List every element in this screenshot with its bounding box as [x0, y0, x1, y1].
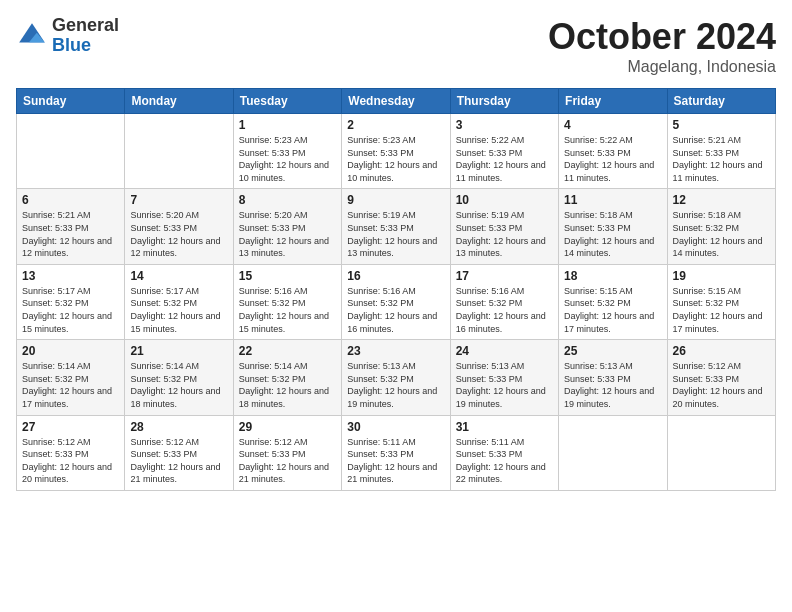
day-number: 22 [239, 344, 336, 358]
calendar-cell: 24 Sunrise: 5:13 AM Sunset: 5:33 PM Dayl… [450, 340, 558, 415]
calendar-cell: 13 Sunrise: 5:17 AM Sunset: 5:32 PM Dayl… [17, 264, 125, 339]
calendar-cell: 23 Sunrise: 5:13 AM Sunset: 5:32 PM Dayl… [342, 340, 450, 415]
day-info: Sunrise: 5:22 AM Sunset: 5:33 PM Dayligh… [456, 134, 553, 184]
day-info: Sunrise: 5:11 AM Sunset: 5:33 PM Dayligh… [456, 436, 553, 486]
calendar-table: SundayMondayTuesdayWednesdayThursdayFrid… [16, 88, 776, 491]
weekday-header: Thursday [450, 89, 558, 114]
day-info: Sunrise: 5:15 AM Sunset: 5:32 PM Dayligh… [673, 285, 770, 335]
calendar-cell: 3 Sunrise: 5:22 AM Sunset: 5:33 PM Dayli… [450, 114, 558, 189]
day-number: 16 [347, 269, 444, 283]
weekday-header-row: SundayMondayTuesdayWednesdayThursdayFrid… [17, 89, 776, 114]
page-header: General Blue October 2024 Magelang, Indo… [16, 16, 776, 76]
day-info: Sunrise: 5:12 AM Sunset: 5:33 PM Dayligh… [130, 436, 227, 486]
calendar-week-row: 20 Sunrise: 5:14 AM Sunset: 5:32 PM Dayl… [17, 340, 776, 415]
calendar-cell: 17 Sunrise: 5:16 AM Sunset: 5:32 PM Dayl… [450, 264, 558, 339]
calendar-cell: 27 Sunrise: 5:12 AM Sunset: 5:33 PM Dayl… [17, 415, 125, 490]
day-number: 15 [239, 269, 336, 283]
day-number: 7 [130, 193, 227, 207]
location: Magelang, Indonesia [548, 58, 776, 76]
calendar-cell: 31 Sunrise: 5:11 AM Sunset: 5:33 PM Dayl… [450, 415, 558, 490]
calendar-cell: 9 Sunrise: 5:19 AM Sunset: 5:33 PM Dayli… [342, 189, 450, 264]
calendar-week-row: 13 Sunrise: 5:17 AM Sunset: 5:32 PM Dayl… [17, 264, 776, 339]
calendar-cell: 2 Sunrise: 5:23 AM Sunset: 5:33 PM Dayli… [342, 114, 450, 189]
day-number: 19 [673, 269, 770, 283]
weekday-header: Tuesday [233, 89, 341, 114]
day-info: Sunrise: 5:16 AM Sunset: 5:32 PM Dayligh… [347, 285, 444, 335]
calendar-cell: 20 Sunrise: 5:14 AM Sunset: 5:32 PM Dayl… [17, 340, 125, 415]
day-info: Sunrise: 5:12 AM Sunset: 5:33 PM Dayligh… [673, 360, 770, 410]
day-info: Sunrise: 5:13 AM Sunset: 5:32 PM Dayligh… [347, 360, 444, 410]
day-info: Sunrise: 5:11 AM Sunset: 5:33 PM Dayligh… [347, 436, 444, 486]
calendar-week-row: 1 Sunrise: 5:23 AM Sunset: 5:33 PM Dayli… [17, 114, 776, 189]
day-number: 23 [347, 344, 444, 358]
day-number: 26 [673, 344, 770, 358]
calendar-cell: 14 Sunrise: 5:17 AM Sunset: 5:32 PM Dayl… [125, 264, 233, 339]
day-number: 27 [22, 420, 119, 434]
day-number: 8 [239, 193, 336, 207]
title-block: October 2024 Magelang, Indonesia [548, 16, 776, 76]
calendar-cell: 6 Sunrise: 5:21 AM Sunset: 5:33 PM Dayli… [17, 189, 125, 264]
day-number: 11 [564, 193, 661, 207]
day-number: 6 [22, 193, 119, 207]
day-number: 13 [22, 269, 119, 283]
calendar-cell: 25 Sunrise: 5:13 AM Sunset: 5:33 PM Dayl… [559, 340, 667, 415]
calendar-cell: 15 Sunrise: 5:16 AM Sunset: 5:32 PM Dayl… [233, 264, 341, 339]
day-info: Sunrise: 5:20 AM Sunset: 5:33 PM Dayligh… [130, 209, 227, 259]
day-number: 18 [564, 269, 661, 283]
weekday-header: Wednesday [342, 89, 450, 114]
calendar-cell: 10 Sunrise: 5:19 AM Sunset: 5:33 PM Dayl… [450, 189, 558, 264]
weekday-header: Friday [559, 89, 667, 114]
day-info: Sunrise: 5:17 AM Sunset: 5:32 PM Dayligh… [22, 285, 119, 335]
weekday-header: Saturday [667, 89, 775, 114]
calendar-week-row: 27 Sunrise: 5:12 AM Sunset: 5:33 PM Dayl… [17, 415, 776, 490]
day-number: 4 [564, 118, 661, 132]
day-info: Sunrise: 5:23 AM Sunset: 5:33 PM Dayligh… [347, 134, 444, 184]
day-info: Sunrise: 5:19 AM Sunset: 5:33 PM Dayligh… [347, 209, 444, 259]
day-info: Sunrise: 5:16 AM Sunset: 5:32 PM Dayligh… [456, 285, 553, 335]
day-number: 1 [239, 118, 336, 132]
day-info: Sunrise: 5:22 AM Sunset: 5:33 PM Dayligh… [564, 134, 661, 184]
calendar-cell [17, 114, 125, 189]
calendar-cell: 11 Sunrise: 5:18 AM Sunset: 5:33 PM Dayl… [559, 189, 667, 264]
day-info: Sunrise: 5:16 AM Sunset: 5:32 PM Dayligh… [239, 285, 336, 335]
day-number: 10 [456, 193, 553, 207]
weekday-header: Sunday [17, 89, 125, 114]
calendar-cell: 16 Sunrise: 5:16 AM Sunset: 5:32 PM Dayl… [342, 264, 450, 339]
month-title: October 2024 [548, 16, 776, 58]
calendar-cell: 4 Sunrise: 5:22 AM Sunset: 5:33 PM Dayli… [559, 114, 667, 189]
calendar-cell: 18 Sunrise: 5:15 AM Sunset: 5:32 PM Dayl… [559, 264, 667, 339]
day-number: 25 [564, 344, 661, 358]
calendar-cell [125, 114, 233, 189]
day-number: 30 [347, 420, 444, 434]
day-info: Sunrise: 5:18 AM Sunset: 5:33 PM Dayligh… [564, 209, 661, 259]
day-info: Sunrise: 5:15 AM Sunset: 5:32 PM Dayligh… [564, 285, 661, 335]
logo-general: General [52, 15, 119, 35]
calendar-cell: 1 Sunrise: 5:23 AM Sunset: 5:33 PM Dayli… [233, 114, 341, 189]
day-number: 28 [130, 420, 227, 434]
calendar-cell: 21 Sunrise: 5:14 AM Sunset: 5:32 PM Dayl… [125, 340, 233, 415]
calendar-cell: 29 Sunrise: 5:12 AM Sunset: 5:33 PM Dayl… [233, 415, 341, 490]
day-number: 24 [456, 344, 553, 358]
day-info: Sunrise: 5:14 AM Sunset: 5:32 PM Dayligh… [22, 360, 119, 410]
day-info: Sunrise: 5:13 AM Sunset: 5:33 PM Dayligh… [456, 360, 553, 410]
day-info: Sunrise: 5:12 AM Sunset: 5:33 PM Dayligh… [22, 436, 119, 486]
calendar-cell: 19 Sunrise: 5:15 AM Sunset: 5:32 PM Dayl… [667, 264, 775, 339]
day-number: 5 [673, 118, 770, 132]
day-number: 2 [347, 118, 444, 132]
day-info: Sunrise: 5:12 AM Sunset: 5:33 PM Dayligh… [239, 436, 336, 486]
weekday-header: Monday [125, 89, 233, 114]
day-number: 31 [456, 420, 553, 434]
calendar-cell: 12 Sunrise: 5:18 AM Sunset: 5:32 PM Dayl… [667, 189, 775, 264]
day-info: Sunrise: 5:14 AM Sunset: 5:32 PM Dayligh… [239, 360, 336, 410]
day-number: 14 [130, 269, 227, 283]
day-info: Sunrise: 5:19 AM Sunset: 5:33 PM Dayligh… [456, 209, 553, 259]
day-number: 3 [456, 118, 553, 132]
day-number: 20 [22, 344, 119, 358]
day-number: 29 [239, 420, 336, 434]
day-info: Sunrise: 5:20 AM Sunset: 5:33 PM Dayligh… [239, 209, 336, 259]
logo-blue: Blue [52, 35, 91, 55]
calendar-cell: 7 Sunrise: 5:20 AM Sunset: 5:33 PM Dayli… [125, 189, 233, 264]
day-number: 12 [673, 193, 770, 207]
day-info: Sunrise: 5:13 AM Sunset: 5:33 PM Dayligh… [564, 360, 661, 410]
calendar-week-row: 6 Sunrise: 5:21 AM Sunset: 5:33 PM Dayli… [17, 189, 776, 264]
